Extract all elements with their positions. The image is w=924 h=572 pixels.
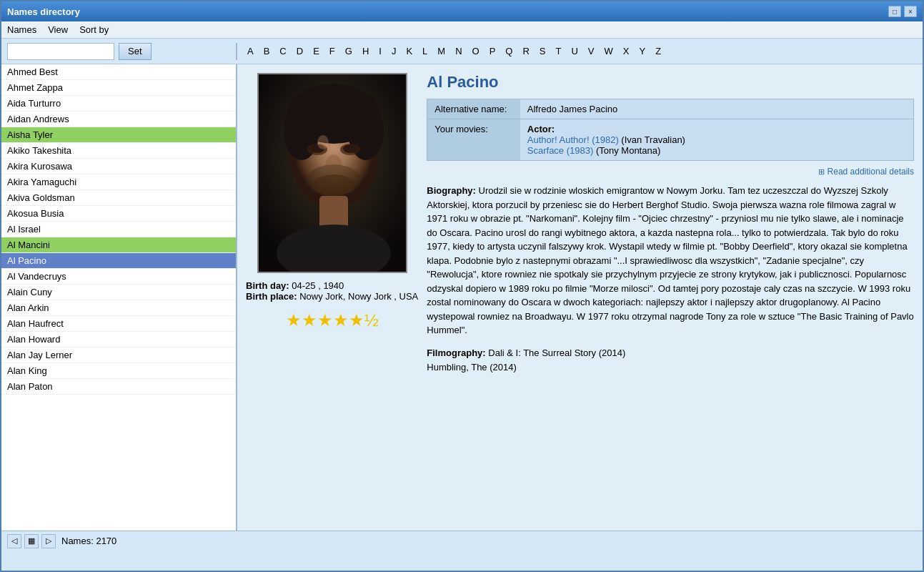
movie2-title: Scarface (1983) [527,145,594,156]
alpha-letter-W[interactable]: W [603,45,615,57]
menu-names[interactable]: Names [7,24,36,35]
person-name: Al Pacino [427,73,914,92]
alt-name-label: Alternative name: [427,99,520,119]
alpha-letter-K[interactable]: K [404,45,414,57]
read-more-link[interactable]: ⊞ Read additional details [427,167,914,177]
alpha-letter-J[interactable]: J [390,45,398,57]
list-item[interactable]: Alan Haufrect [1,316,236,332]
list-item[interactable]: Akira Kurosawa [1,159,236,174]
alpha-letter-E[interactable]: E [312,45,321,57]
alpha-letter-D[interactable]: D [295,45,304,57]
main-content: Ahmed BestAhmet ZappaAida TurturroAidan … [1,64,923,531]
birth-info: Birth day: 04-25 , 1940 Birth place: Now… [246,280,418,302]
alpha-bar: ABCDEFGHIJKLMNOPQRSTUVWXYZ [237,45,923,57]
list-item[interactable]: Aida Turturro [1,96,236,112]
nav-controls: ◁ ▦ ▷ [7,534,56,548]
list-item[interactable]: Alan Arkin [1,300,236,316]
alpha-letter-Y[interactable]: Y [637,45,647,57]
search-input[interactable] [7,43,114,60]
names-count: Names: 2170 [61,536,116,546]
alpha-letter-F[interactable]: F [328,45,337,57]
biography-label: Biography: [427,185,476,196]
alpha-letter-N[interactable]: N [454,45,463,57]
alpha-letter-T[interactable]: T [555,45,563,57]
movie1-link[interactable]: Author! Author! (1982) [527,134,622,145]
film2: Humbling, The (2014) [427,362,517,373]
alpha-letter-R[interactable]: R [521,45,530,57]
status-bar: ◁ ▦ ▷ Names: 2170 [1,531,923,551]
birth-day: Birth day: 04-25 , 1940 [246,280,418,291]
list-item[interactable]: Akira Yamaguchi [1,174,236,190]
alpha-letter-G[interactable]: G [344,45,354,57]
list-item[interactable]: Akiva Goldsman [1,190,236,206]
title-bar: Names directory □ × [1,1,923,21]
actor-role-label: Actor: [527,124,555,134]
nav-left-btn[interactable]: ◁ [7,534,21,548]
list-item[interactable]: Al Israel [1,222,236,237]
set-button[interactable]: Set [119,43,151,60]
alpha-letter-Z[interactable]: Z [654,45,662,57]
list-item[interactable]: Akosua Busia [1,206,236,222]
list-item[interactable]: Al Vandecruys [1,269,236,285]
svg-point-11 [343,144,357,153]
list-item[interactable]: Al Mancini [1,237,236,253]
menu-view[interactable]: View [48,24,68,35]
biography-text: Urodzil sie w rodzinie wloskich emigrant… [427,185,913,335]
list-item[interactable]: Aidan Andrews [1,112,236,127]
birth-day-label: Birth day: [246,280,289,291]
name-list[interactable]: Ahmed BestAhmet ZappaAida TurturroAidan … [1,64,236,531]
birth-place: Birth place: Nowy Jork, Nowy Jork , USA [246,291,418,302]
list-item[interactable]: Alan Howard [1,332,236,347]
right-panel: Birth day: 04-25 , 1940 Birth place: Now… [237,64,923,531]
left-panel: Ahmed BestAhmet ZappaAida TurturroAidan … [1,64,237,531]
alpha-letter-Q[interactable]: Q [504,45,514,57]
list-item[interactable]: Alan Jay Lerner [1,347,236,363]
photo-section: Birth day: 04-25 , 1940 Birth place: Now… [246,73,418,522]
nav-grid-btn[interactable]: ▦ [24,534,39,548]
alt-name-value: Alfredo James Pacino [520,99,914,119]
app-window: Names directory □ × Names View Sort by S… [0,0,924,572]
movie2-link[interactable]: Scarface (1983) [527,145,596,156]
nav-right-btn[interactable]: ▷ [41,534,56,548]
alpha-letter-B[interactable]: B [262,45,272,57]
menu-sort[interactable]: Sort by [79,24,109,35]
movie1-role: (Ivan Travalian) [621,134,685,145]
close-button[interactable]: × [904,6,917,17]
photo-placeholder [259,74,406,272]
alpha-letter-L[interactable]: L [421,45,429,57]
movie1-title: Author! Author! (1982) [527,134,619,145]
alpha-letter-H[interactable]: H [361,45,370,57]
alpha-letter-A[interactable]: A [246,45,255,57]
toolbar: Set [1,43,237,60]
list-item[interactable]: Alan Paton [1,379,236,395]
alpha-letter-O[interactable]: O [471,45,481,57]
list-item[interactable]: Alain Cuny [1,285,236,300]
alpha-letter-U[interactable]: U [570,45,579,57]
alpha-letter-I[interactable]: I [377,45,383,57]
list-item[interactable]: Ahmet Zappa [1,80,236,96]
window-controls: □ × [888,6,917,17]
birth-place-value: Nowy Jork, Nowy Jork , USA [299,291,418,302]
list-item[interactable]: Akiko Takeshita [1,143,236,159]
window-title: Names directory [7,6,80,17]
birth-day-value: 04-25 , 1940 [292,280,344,291]
list-item[interactable]: Aisha Tyler [1,127,236,143]
list-item[interactable]: Al Pacino [1,253,236,269]
list-item[interactable]: Alan King [1,363,236,379]
alpha-letter-X[interactable]: X [622,45,631,57]
alpha-letter-S[interactable]: S [538,45,547,57]
read-more-icon: ⊞ [818,167,825,176]
alpha-letter-M[interactable]: M [436,45,447,57]
svg-point-15 [317,135,329,149]
toolbar-row: Set ABCDEFGHIJKLMNOPQRSTUVWXYZ [1,39,923,64]
info-table: Alternative name: Alfredo James Pacino Y… [427,99,914,161]
svg-point-14 [307,164,361,196]
alpha-letter-P[interactable]: P [488,45,497,57]
birth-place-label: Birth place: [246,291,297,302]
star-rating: ★★★★★½ [286,310,379,330]
minimize-button[interactable]: □ [888,6,901,17]
alpha-letter-C[interactable]: C [278,45,287,57]
read-more-text: Read additional details [828,167,914,177]
list-item[interactable]: Ahmed Best [1,64,236,80]
alpha-letter-V[interactable]: V [587,45,596,57]
